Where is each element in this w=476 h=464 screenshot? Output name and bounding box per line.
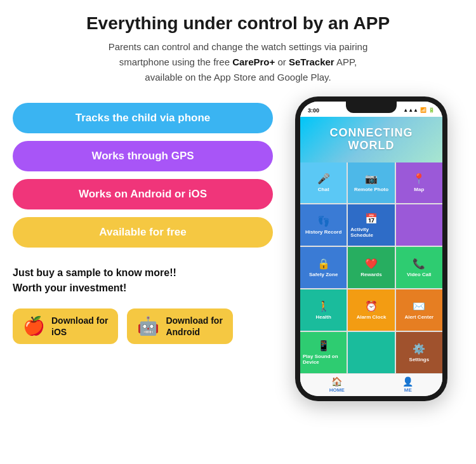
battery-icon: 🔋: [428, 107, 435, 113]
tile-remote-photo[interactable]: 📷 Remote Photo: [348, 162, 394, 204]
tile-alarm[interactable]: ⏰ Alarm Clock: [348, 289, 394, 331]
lock-icon: 🔒: [317, 258, 330, 270]
download-ios-button[interactable]: 🍎 Download for iOS: [13, 308, 118, 344]
alert-icon: ✉️: [413, 300, 425, 312]
cta-line2: Worth your investment!: [13, 281, 273, 296]
health-icon: 🚶: [317, 300, 330, 312]
tile-health[interactable]: 🚶 Health: [300, 289, 347, 331]
content-area: Tracks the child via phone Works through…: [13, 96, 463, 401]
wifi-icon: 📶: [420, 107, 426, 113]
phone-inner: 3:00 ▲▲▲ 📶 🔋 CONNECTING WORLD: [300, 102, 442, 396]
heart-icon: ❤️: [365, 258, 378, 270]
phone-mockup-column: 3:00 ▲▲▲ 📶 🔋 CONNECTING WORLD: [279, 96, 463, 401]
subtitle: Parents can control and change the watch…: [109, 39, 368, 85]
tile-activity[interactable]: 📅 Activity Schedule: [348, 204, 394, 246]
tile-settings[interactable]: ⚙️ Settings: [396, 332, 442, 373]
phone-bottom-nav: 🏠 HOME 👤 ME: [300, 373, 442, 396]
footprint-icon: 👣: [317, 215, 330, 227]
phone-status-right: ▲▲▲ 📶 🔋: [403, 107, 435, 113]
left-column: Tracks the child via phone Works through…: [13, 96, 273, 344]
phone-notch: [346, 102, 397, 113]
android-btn-text: Download for Android: [166, 315, 222, 338]
page-wrapper: Everything under control by an APP Paren…: [0, 0, 476, 464]
alarm-icon: ⏰: [365, 300, 378, 312]
cta-line1: Just buy a sample to know more!!: [13, 265, 273, 281]
tile-chat[interactable]: 🎤 Chat: [300, 162, 347, 204]
feature-pill-free: Available for free: [13, 217, 273, 248]
tile-empty2: [348, 332, 394, 373]
mic-icon: 🎤: [317, 173, 330, 185]
home-icon: 🏠: [331, 376, 342, 387]
map-icon: 📍: [413, 173, 425, 185]
android-icon: 🤖: [137, 317, 159, 335]
person-icon: 👤: [402, 376, 413, 387]
nav-home[interactable]: 🏠 HOME: [329, 376, 345, 393]
phone-icon: 📞: [413, 258, 425, 270]
feature-pill-tracks: Tracks the child via phone: [13, 103, 273, 133]
phone-outer: 3:00 ▲▲▲ 📶 🔋 CONNECTING WORLD: [295, 96, 447, 401]
gear-icon: ⚙️: [413, 343, 425, 355]
camera-icon: 📷: [365, 173, 378, 185]
ios-btn-text: Download for iOS: [51, 315, 108, 338]
tile-safety-zone[interactable]: 🔒 Safety Zone: [300, 247, 347, 288]
nav-me[interactable]: 👤 ME: [402, 376, 413, 393]
sound-icon: 📱: [317, 340, 330, 352]
download-buttons: 🍎 Download for iOS 🤖 Download for Androi…: [13, 308, 273, 344]
apple-icon: 🍎: [23, 317, 45, 335]
main-title: Everything under control by an APP: [86, 13, 390, 34]
tile-history[interactable]: 👣 History Record: [300, 204, 347, 246]
tile-alert[interactable]: ✉️ Alert Center: [396, 289, 442, 331]
app-header-title: CONNECTING WORLD: [330, 127, 413, 152]
tile-empty1: [396, 204, 442, 246]
tile-play-sound[interactable]: 📱 Play Sound on Device: [300, 332, 347, 373]
download-android-button[interactable]: 🤖 Download for Android: [127, 308, 232, 344]
feature-pill-gps: Works through GPS: [13, 141, 273, 171]
app-header: CONNECTING WORLD: [300, 117, 442, 162]
calendar-icon: 📅: [365, 213, 378, 225]
feature-pill-android-ios: Works on Android or iOS: [13, 179, 273, 209]
app-grid: 🎤 Chat 📷 Remote Photo 📍 Map 👣: [300, 162, 442, 373]
phone-time: 3:00: [308, 107, 319, 114]
tile-rewards[interactable]: ❤️ Rewards: [348, 247, 394, 288]
signal-icon: ▲▲▲: [403, 107, 418, 113]
tile-video-call[interactable]: 📞 Video Call: [396, 247, 442, 288]
tile-map[interactable]: 📍 Map: [396, 162, 442, 204]
cta-text: Just buy a sample to know more!! Worth y…: [13, 265, 273, 296]
